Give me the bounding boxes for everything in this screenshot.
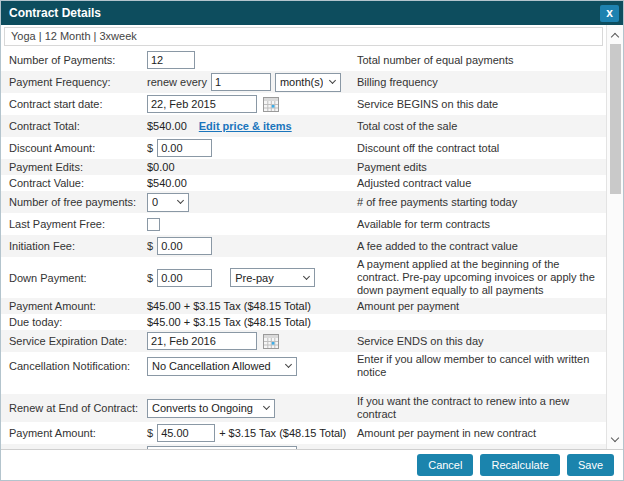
number-of-payments-input[interactable]	[147, 51, 195, 69]
chevron-up-icon	[611, 32, 619, 40]
field-description: Amount per payment	[357, 300, 606, 313]
scroll-up-button[interactable]	[608, 28, 623, 42]
last-payment-free-checkbox[interactable]	[147, 218, 160, 231]
recalculate-button[interactable]: Recalculate	[480, 454, 559, 476]
payment-amount-value: $45.00 + $3.15 Tax ($48.15 Total)	[147, 300, 311, 312]
row-free-payments: Number of free payments: 0 # of free pay…	[1, 191, 606, 213]
section-gap	[1, 380, 606, 394]
chevron-down-icon	[263, 403, 270, 410]
payment-frequency-value-input[interactable]	[211, 73, 271, 91]
initiation-fee-input[interactable]	[157, 237, 212, 255]
edit-price-items-link[interactable]: Edit price & items	[199, 120, 292, 132]
currency-prefix: $	[147, 240, 153, 252]
field-label: Number of Payments:	[1, 54, 147, 66]
field-description: Available for term contracts	[357, 218, 606, 231]
field-label: Due today:	[1, 316, 147, 328]
field-label: Number of free payments:	[1, 196, 147, 208]
renew-every-text: renew every	[147, 76, 207, 88]
form-rows: Number of Payments: Total number of equa…	[1, 46, 606, 449]
field-label: Renew at End of Contract:	[1, 402, 147, 414]
close-button[interactable]: x	[600, 5, 619, 22]
renewal-payment-amount-input[interactable]	[157, 424, 215, 442]
save-button[interactable]: Save	[567, 454, 614, 476]
free-payments-select[interactable]: 0	[147, 193, 189, 212]
down-payment-input[interactable]	[157, 269, 212, 287]
cancellation-notification-select[interactable]: No Cancellation Allowed	[147, 357, 297, 376]
chevron-down-icon	[285, 361, 292, 368]
dialog-body: Yoga | 12 Month | 3xweek Number of Payme…	[1, 25, 623, 449]
currency-prefix: $	[147, 427, 153, 439]
chevron-down-icon	[177, 197, 184, 204]
row-initiation-fee: Initiation Fee: $ A fee added to the con…	[1, 235, 606, 257]
field-label: Service Expiration Date:	[1, 335, 147, 347]
down-payment-mode-select[interactable]: Pre-pay	[230, 268, 315, 287]
scroll-down-button[interactable]	[608, 432, 623, 446]
vertical-scrollbar[interactable]	[606, 25, 623, 449]
field-description: A payment applied at the beginning of th…	[357, 258, 606, 297]
contract-start-date-input[interactable]	[147, 95, 257, 113]
field-label: Last Payment Free:	[1, 218, 147, 230]
renewal-tax-text: + $3.15 Tax ($48.15 Total)	[219, 427, 346, 439]
row-number-of-payments: Number of Payments: Total number of equa…	[1, 49, 606, 71]
row-cancellation-notification: Cancellation Notification: No Cancellati…	[1, 352, 606, 380]
row-service-expiration-date: Service Expiration Date: Service ENDS on…	[1, 330, 606, 352]
currency-prefix: $	[147, 142, 153, 154]
scrollbar-track[interactable]	[608, 42, 623, 432]
service-expiration-date-input[interactable]	[147, 332, 257, 350]
breadcrumb: Yoga | 12 Month | 3xweek	[4, 27, 603, 46]
row-contract-value: Contract Value: $540.00 Adjusted contrac…	[1, 175, 606, 191]
field-description: # of free payments starting today	[357, 196, 606, 209]
row-payment-frequency: Payment Frequency: renew every month(s) …	[1, 71, 606, 93]
contract-details-dialog: Contract Details x Yoga | 12 Month | 3xw…	[0, 0, 624, 481]
cancel-button[interactable]: Cancel	[417, 454, 473, 476]
field-label: Discount Amount:	[1, 142, 147, 154]
service-expiration-calendar-icon[interactable]	[263, 334, 279, 349]
payment-frequency-unit-select[interactable]: month(s)	[275, 73, 341, 92]
field-description: If you want the contract to renew into a…	[357, 395, 606, 421]
field-label: Cancellation Notification:	[1, 360, 147, 372]
field-label: Down Payment:	[1, 272, 147, 284]
row-renewal-payment-amount: Payment Amount: $ + $3.15 Tax ($48.15 To…	[1, 422, 606, 444]
field-label: Payment Amount:	[1, 300, 147, 312]
row-contract-total: Contract Total: $540.00 Edit price & ite…	[1, 115, 606, 137]
field-label: Initiation Fee:	[1, 240, 147, 252]
field-label: Payment Edits:	[1, 161, 147, 173]
discount-amount-input[interactable]	[157, 139, 212, 157]
row-contract-start-date: Contract start date: Service BEGINS on t…	[1, 93, 606, 115]
contract-value-value: $540.00	[147, 177, 187, 189]
currency-prefix: $	[147, 272, 153, 284]
contract-start-date-calendar-icon[interactable]	[263, 97, 279, 112]
row-renew-at-end: Renew at End of Contract: Converts to On…	[1, 394, 606, 422]
close-icon: x	[606, 7, 613, 19]
dialog-title: Contract Details	[9, 6, 101, 20]
renew-at-end-select[interactable]: Converts to Ongoing	[147, 399, 275, 418]
field-description: Service BEGINS on this date	[357, 98, 606, 111]
field-description: Enter if you allow member to cancel with…	[357, 353, 606, 379]
contract-total-value: $540.00	[147, 120, 187, 132]
row-due-today: Due today: $45.00 + $3.15 Tax ($48.15 To…	[1, 314, 606, 330]
row-last-payment-free: Last Payment Free: Available for term co…	[1, 213, 606, 235]
field-description: Payment edits	[357, 161, 606, 174]
field-description: Total cost of the sale	[357, 120, 606, 133]
row-down-payment: Down Payment: $ Pre-pay A payment applie…	[1, 257, 606, 298]
payment-edits-value: $0.00	[147, 161, 175, 173]
field-label: Contract Value:	[1, 177, 147, 189]
dialog-footer: Cancel Recalculate Save	[1, 449, 623, 480]
field-description: Adjusted contract value	[357, 177, 606, 190]
form-content: Yoga | 12 Month | 3xweek Number of Payme…	[1, 25, 606, 449]
field-description: Discount off the contract total	[357, 142, 606, 155]
chevron-down-icon	[329, 77, 336, 84]
field-label: Contract Total:	[1, 120, 147, 132]
row-discount-amount: Discount Amount: $ Discount off the cont…	[1, 137, 606, 159]
chevron-down-icon	[303, 272, 310, 279]
field-label: Contract start date:	[1, 98, 147, 110]
field-description: Service ENDS on this day	[357, 335, 606, 348]
field-description: Total number of equal payments	[357, 54, 606, 67]
row-payment-edits: Payment Edits: $0.00 Payment edits	[1, 159, 606, 175]
scrollbar-thumb[interactable]	[610, 44, 621, 194]
due-today-value: $45.00 + $3.15 Tax ($48.15 Total)	[147, 316, 311, 328]
chevron-down-icon	[611, 434, 619, 442]
field-description: A fee added to the contract value	[357, 240, 606, 253]
field-description: Amount per payment in new contract	[357, 427, 606, 440]
row-payment-amount: Payment Amount: $45.00 + $3.15 Tax ($48.…	[1, 298, 606, 314]
